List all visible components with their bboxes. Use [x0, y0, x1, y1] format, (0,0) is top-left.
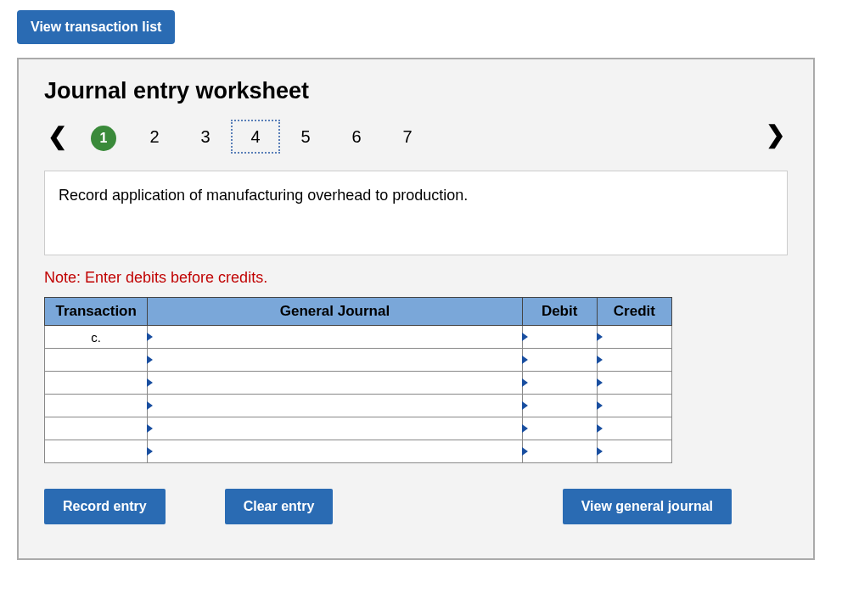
cell-credit[interactable]: [597, 395, 671, 417]
dropdown-indicator-icon: [597, 356, 603, 364]
cell-debit[interactable]: [522, 417, 597, 440]
table-row: [45, 395, 672, 417]
page-step-2[interactable]: 2: [129, 121, 180, 152]
page-step-7[interactable]: 7: [382, 121, 433, 152]
cell-general-journal[interactable]: [148, 372, 522, 395]
th-debit: Debit: [522, 298, 597, 326]
record-entry-button[interactable]: Record entry: [44, 489, 166, 524]
table-row: [45, 372, 672, 395]
table-row: [45, 440, 672, 463]
dropdown-indicator-icon: [522, 401, 528, 410]
journal-table: Transaction General Journal Debit Credit…: [44, 297, 672, 463]
clear-entry-button[interactable]: Clear entry: [225, 489, 334, 524]
th-general-journal: General Journal: [148, 298, 522, 326]
cell-transaction: [45, 440, 148, 463]
dropdown-indicator-icon: [597, 378, 603, 387]
chevron-left-icon[interactable]: ❮: [44, 121, 70, 152]
cell-transaction: [45, 395, 148, 417]
dropdown-indicator-icon: [597, 333, 603, 341]
worksheet-title: Journal entry worksheet: [44, 78, 788, 104]
dropdown-indicator-icon: [147, 333, 153, 341]
step-pager: ❮ 1234567 ❯: [44, 120, 788, 154]
instruction-box: Record application of manufacturing over…: [44, 171, 788, 255]
cell-general-journal[interactable]: [148, 395, 522, 417]
instruction-text: Record application of manufacturing over…: [59, 187, 468, 204]
dropdown-indicator-icon: [522, 424, 528, 433]
cell-credit[interactable]: [597, 440, 671, 463]
view-general-journal-button[interactable]: View general journal: [563, 489, 732, 524]
cell-debit[interactable]: [522, 349, 597, 372]
dropdown-indicator-icon: [147, 378, 153, 387]
table-row: c.: [45, 326, 672, 349]
cell-credit[interactable]: [597, 417, 671, 440]
dropdown-indicator-icon: [147, 447, 153, 456]
cell-transaction: [45, 417, 148, 440]
page-step-1[interactable]: 1: [78, 121, 129, 152]
dropdown-indicator-icon: [147, 401, 153, 410]
chevron-right-icon[interactable]: ❯: [762, 120, 788, 150]
dropdown-indicator-icon: [522, 333, 528, 341]
dropdown-indicator-icon: [522, 356, 528, 364]
cell-general-journal[interactable]: [148, 326, 522, 349]
page-step-6[interactable]: 6: [331, 121, 382, 152]
view-transaction-list-button[interactable]: View transaction list: [17, 10, 175, 44]
dropdown-indicator-icon: [597, 424, 603, 433]
note-text: Note: Enter debits before credits.: [44, 269, 788, 287]
action-button-row: Record entry Clear entry View general jo…: [44, 489, 732, 524]
dropdown-indicator-icon: [522, 447, 528, 456]
dropdown-indicator-icon: [597, 401, 603, 410]
cell-debit[interactable]: [522, 440, 597, 463]
dropdown-indicator-icon: [147, 356, 153, 364]
th-credit: Credit: [597, 298, 671, 326]
page-step-5[interactable]: 5: [280, 121, 331, 152]
cell-transaction: [45, 349, 148, 372]
cell-debit[interactable]: [522, 326, 597, 349]
cell-general-journal[interactable]: [148, 440, 522, 463]
cell-credit[interactable]: [597, 372, 671, 395]
cell-credit[interactable]: [597, 326, 671, 349]
th-transaction: Transaction: [45, 298, 148, 326]
table-row: [45, 417, 672, 440]
page-step-4[interactable]: 4: [231, 120, 280, 154]
cell-credit[interactable]: [597, 349, 671, 372]
dropdown-indicator-icon: [522, 378, 528, 387]
table-row: [45, 349, 672, 372]
cell-transaction: c.: [45, 326, 148, 349]
cell-debit[interactable]: [522, 395, 597, 417]
journal-entry-worksheet: Journal entry worksheet ❮ 1234567 ❯ Reco…: [17, 58, 815, 560]
dropdown-indicator-icon: [147, 424, 153, 433]
page-step-3[interactable]: 3: [180, 121, 231, 152]
cell-debit[interactable]: [522, 372, 597, 395]
cell-general-journal[interactable]: [148, 349, 522, 372]
dropdown-indicator-icon: [597, 447, 603, 456]
cell-transaction: [45, 372, 148, 395]
cell-general-journal[interactable]: [148, 417, 522, 440]
